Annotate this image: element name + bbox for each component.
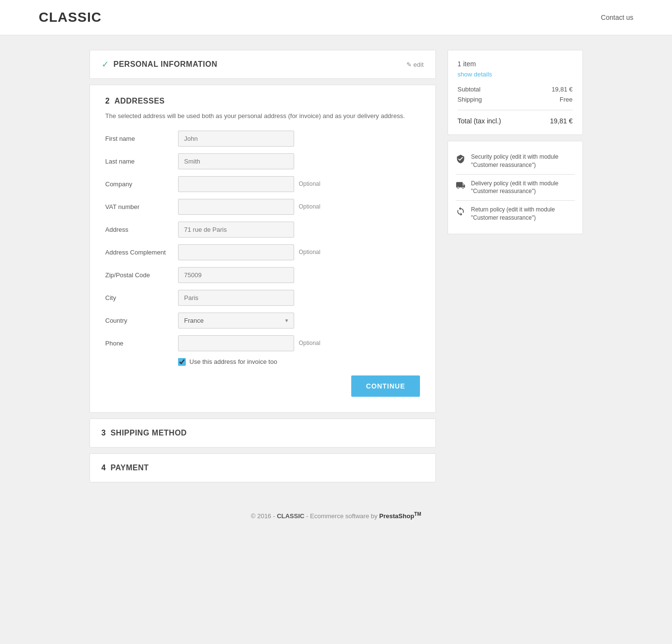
personal-info-title: PERSONAL INFORMATION (114, 60, 218, 69)
order-items-count: 1 item (458, 60, 573, 68)
address-input-wrap (178, 222, 294, 238)
return-policy-text: Return policy (edit it with module "Cust… (471, 206, 575, 222)
invoice-checkbox-label: Use this address for invoice too (190, 358, 277, 365)
edit-link[interactable]: ✎ edit (406, 61, 424, 68)
city-input[interactable] (178, 290, 294, 306)
shipping-method-card: 3 SHIPPING METHOD (90, 419, 436, 448)
country-label: Country (105, 317, 178, 324)
address-complement-label: Address Complement (105, 249, 178, 256)
address-complement-row: Address Complement Optional (105, 244, 420, 260)
policy-card: Security policy (edit it with module "Cu… (448, 141, 583, 234)
completed-checkmark-icon: ✓ (102, 59, 109, 70)
zip-input-wrap (178, 267, 294, 283)
payment-step-number: 4 (102, 464, 106, 472)
invoice-checkbox-row: Use this address for invoice too (178, 358, 420, 366)
first-name-input[interactable] (178, 131, 294, 147)
contact-link[interactable]: Contact us (601, 14, 633, 21)
last-name-input-wrap (178, 153, 294, 169)
edit-label: edit (414, 61, 424, 68)
vat-optional: Optional (299, 203, 321, 210)
country-select[interactable]: France Germany Spain Italy United Kingdo… (178, 313, 294, 329)
first-name-input-wrap (178, 131, 294, 147)
site-logo: CLASSIC (39, 10, 102, 25)
footer: © 2016 - CLASSIC - Ecommerce software by… (0, 497, 672, 534)
phone-input-wrap: Optional (178, 335, 321, 351)
return-policy-item: Return policy (edit it with module "Cust… (456, 201, 575, 227)
vat-input[interactable] (178, 199, 294, 215)
order-summary-card: 1 item show details Subtotal 19,81 € Shi… (448, 50, 583, 135)
right-column: 1 item show details Subtotal 19,81 € Shi… (448, 50, 583, 234)
shipping-step-number: 3 (102, 429, 106, 437)
zip-input[interactable] (178, 267, 294, 283)
delivery-policy-text: Delivery policy (edit it with module "Cu… (471, 180, 575, 196)
left-column: ✓ PERSONAL INFORMATION ✎ edit 2 ADDRESSE… (90, 50, 436, 482)
address-complement-input-wrap: Optional (178, 244, 321, 260)
address-label: Address (105, 226, 178, 233)
order-divider (458, 110, 573, 110)
edit-pencil-icon: ✎ (406, 61, 412, 68)
personal-info-card: ✓ PERSONAL INFORMATION ✎ edit (90, 50, 436, 79)
security-policy-text: Security policy (edit it with module "Cu… (471, 153, 575, 169)
company-optional: Optional (299, 180, 321, 187)
address-complement-input[interactable] (178, 244, 294, 260)
payment-step-header: 4 PAYMENT (102, 464, 424, 472)
city-row: City (105, 290, 420, 306)
first-name-row: First name (105, 131, 420, 147)
header: CLASSIC Contact us (0, 0, 672, 35)
phone-row: Phone Optional (105, 335, 420, 351)
company-input[interactable] (178, 176, 294, 192)
first-name-label: First name (105, 135, 178, 142)
shipping-label: Shipping (458, 96, 482, 103)
total-row: Total (tax incl.) 19,81 € (458, 117, 573, 125)
vat-row: VAT number Optional (105, 199, 420, 215)
shipping-row: Shipping Free (458, 96, 573, 103)
phone-input[interactable] (178, 335, 294, 351)
invoice-checkbox[interactable] (178, 358, 186, 366)
personal-info-header: ✓ PERSONAL INFORMATION (102, 59, 218, 70)
zip-row: Zip/Postal Code (105, 267, 420, 283)
company-input-wrap: Optional (178, 176, 321, 192)
subtotal-row: Subtotal 19,81 € (458, 86, 573, 93)
continue-button[interactable]: CONTINUE (351, 375, 419, 397)
shipping-value: Free (560, 96, 573, 103)
phone-optional: Optional (299, 340, 321, 346)
subtotal-value: 19,81 € (552, 86, 572, 93)
payment-step-title: PAYMENT (110, 464, 149, 472)
company-row: Company Optional (105, 176, 420, 192)
shipping-step-title: SHIPPING METHOD (110, 429, 187, 437)
addresses-card: 2 ADDRESSES The selected address will be… (90, 85, 436, 413)
last-name-label: Last name (105, 158, 178, 165)
addresses-description: The selected address will be used both a… (105, 111, 420, 121)
addresses-step-number: 2 (105, 97, 110, 105)
footer-prestashop: PrestaShopTM (379, 512, 421, 520)
country-row: Country France Germany Spain Italy Unite… (105, 313, 420, 329)
last-name-row: Last name (105, 153, 420, 169)
payment-card: 4 PAYMENT (90, 453, 436, 482)
city-input-wrap (178, 290, 294, 306)
truck-icon (456, 180, 465, 193)
phone-label: Phone (105, 340, 178, 347)
button-row: CONTINUE (105, 375, 420, 397)
vat-input-wrap: Optional (178, 199, 321, 215)
shield-icon (456, 154, 465, 166)
total-value: 19,81 € (550, 117, 573, 125)
shipping-step-header: 3 SHIPPING METHOD (102, 429, 424, 437)
total-label: Total (tax incl.) (458, 117, 501, 125)
footer-year: 2016 (257, 512, 271, 520)
country-select-wrap: France Germany Spain Italy United Kingdo… (178, 313, 294, 329)
footer-brand: CLASSIC (277, 512, 304, 520)
return-icon (456, 207, 465, 219)
vat-label: VAT number (105, 203, 178, 210)
addresses-title: ADDRESSES (114, 97, 164, 105)
main-content: ✓ PERSONAL INFORMATION ✎ edit 2 ADDRESSE… (70, 50, 602, 482)
company-label: Company (105, 180, 178, 188)
show-details-link[interactable]: show details (458, 71, 573, 78)
subtotal-label: Subtotal (458, 86, 481, 93)
city-label: City (105, 294, 178, 301)
security-policy-item: Security policy (edit it with module "Cu… (456, 148, 575, 175)
address-input[interactable] (178, 222, 294, 238)
address-complement-optional: Optional (299, 249, 321, 255)
last-name-input[interactable] (178, 153, 294, 169)
footer-copyright-icon: © (251, 512, 255, 520)
country-input-wrap: France Germany Spain Italy United Kingdo… (178, 313, 294, 329)
